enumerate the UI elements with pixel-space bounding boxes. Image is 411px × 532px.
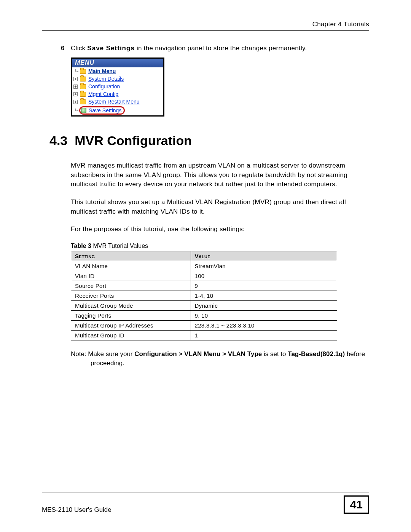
tree-connector-icon xyxy=(73,69,78,73)
table-row: Multicast Group ID1 xyxy=(71,330,337,340)
table-row: Tagging Ports9, 10 xyxy=(71,310,337,320)
step-text: Click Save Settings in the navigation pa… xyxy=(71,45,369,52)
cell-setting: Receiver Ports xyxy=(71,291,191,300)
menu-label: Main Menu xyxy=(88,68,116,74)
menu-screenshot: MENU Main Menu + System Details + Config… xyxy=(71,58,164,117)
menu-title: MENU xyxy=(72,59,163,67)
menu-item-configuration: + Configuration xyxy=(72,83,163,90)
step-pre: Click xyxy=(71,45,87,52)
tree-connector-icon xyxy=(73,109,78,113)
cell-value: 9, 10 xyxy=(191,310,337,320)
cell-value: StreamVlan xyxy=(191,261,337,271)
mvr-table: Setting Value VLAN NameStreamVlan Vlan I… xyxy=(71,251,337,340)
cell-setting: Source Port xyxy=(71,281,191,291)
menu-item-system-restart: + System Restart Menu xyxy=(72,98,163,105)
table-row: Multicast Group ModeDynamic xyxy=(71,300,337,310)
expand-icon: + xyxy=(73,92,78,96)
folder-icon xyxy=(80,69,86,74)
section-title: MVR Configuration xyxy=(75,133,192,148)
step-6: 6 Click Save Settings in the navigation … xyxy=(61,45,369,52)
table-header-value: Value xyxy=(191,251,337,261)
cell-value: 223.3.3.1 ~ 223.3.3.10 xyxy=(191,320,337,330)
step-number: 6 xyxy=(61,45,71,52)
menu-label: System Details xyxy=(88,76,124,82)
table-row: Multicast Group IP Addresses223.3.3.1 ~ … xyxy=(71,320,337,330)
note-t2: is set to xyxy=(262,350,288,358)
paragraph-2: This tutorial shows you set up a Multica… xyxy=(71,198,369,216)
folder-icon xyxy=(80,84,86,89)
expand-icon: + xyxy=(73,77,78,81)
folder-icon xyxy=(80,77,86,81)
cell-value: Dynamic xyxy=(191,300,337,310)
section-number: 4.3 xyxy=(49,133,67,148)
cell-setting: Multicast Group IP Addresses xyxy=(71,320,191,330)
table-header-setting: Setting xyxy=(71,251,191,261)
table-caption-rest: MVR Tutorial Values xyxy=(91,243,148,249)
expand-icon: + xyxy=(73,100,78,104)
menu-item-main: Main Menu xyxy=(72,67,163,75)
save-icon xyxy=(81,108,86,113)
paragraph-3: For the purposes of this tutorial, use t… xyxy=(71,225,369,234)
table-caption-bold: Table 3 xyxy=(71,243,91,249)
paragraph-1: MVR manages multicast traffic from an up… xyxy=(71,161,369,189)
table-caption: Table 3 MVR Tutorial Values xyxy=(71,243,369,249)
note-lead: Note: xyxy=(71,350,88,358)
menu-label: Mgmt Config xyxy=(88,91,118,97)
section-heading: 4.3 MVR Configuration xyxy=(49,133,369,148)
menu-item-save-settings: Save Settings xyxy=(72,105,163,115)
cell-setting: VLAN Name xyxy=(71,261,191,271)
step-bold: Save Settings xyxy=(87,45,135,52)
table-row: VLAN NameStreamVlan xyxy=(71,261,337,271)
page-number: 41 xyxy=(344,495,369,514)
cell-value: 100 xyxy=(191,271,337,281)
folder-icon xyxy=(80,92,86,97)
cell-setting: Tagging Ports xyxy=(71,310,191,320)
expand-icon: + xyxy=(73,85,78,89)
table-row: Vlan ID100 xyxy=(71,271,337,281)
menu-label: Save Settings xyxy=(89,107,121,113)
table-row: Receiver Ports1-4, 10 xyxy=(71,291,337,300)
cell-setting: Vlan ID xyxy=(71,271,191,281)
menu-label: Configuration xyxy=(88,83,120,89)
cell-value: 1-4, 10 xyxy=(191,291,337,300)
note-b2: Tag-Based(802.1q) xyxy=(288,350,345,358)
menu-item-system-details: + System Details xyxy=(72,75,163,83)
cell-value: 1 xyxy=(191,330,337,340)
menu-label: System Restart Menu xyxy=(88,99,140,105)
note-t1: Make sure your xyxy=(88,350,134,358)
table-header-row: Setting Value xyxy=(71,251,337,261)
cell-value: 9 xyxy=(191,281,337,291)
note-b1: Configuration > VLAN Menu > VLAN Type xyxy=(134,350,262,358)
folder-icon xyxy=(80,99,86,104)
footer-guide: MES-2110 User's Guide xyxy=(42,506,112,514)
table-row: Source Port9 xyxy=(71,281,337,291)
step-post: in the navigation panel to store the cha… xyxy=(135,45,307,52)
cell-setting: Multicast Group Mode xyxy=(71,300,191,310)
menu-item-mgmt-config: + Mgmt Config xyxy=(72,90,163,98)
chapter-header: Chapter 4 Tutorials xyxy=(42,21,369,31)
highlight-oval-icon: Save Settings xyxy=(79,106,125,115)
footer: MES-2110 User's Guide 41 xyxy=(42,492,369,514)
note: Note: Make sure your Configuration > VLA… xyxy=(71,350,369,368)
cell-setting: Multicast Group ID xyxy=(71,330,191,340)
